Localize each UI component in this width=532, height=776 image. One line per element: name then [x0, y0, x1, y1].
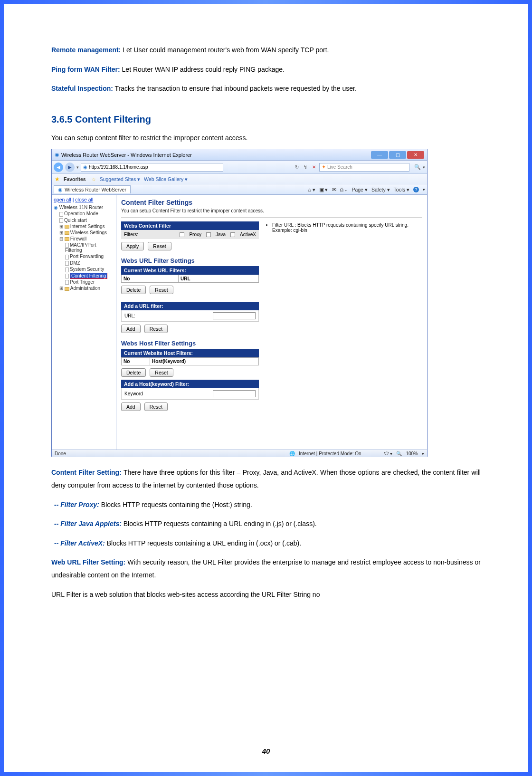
- stop-icon[interactable]: ✕: [311, 164, 317, 171]
- reset-addhost-button[interactable]: Reset: [144, 402, 168, 411]
- filter-proxy-text: Blocks HTTP requests containing the (Hos…: [99, 501, 252, 508]
- favorites-star-icon[interactable]: ★: [55, 176, 60, 182]
- add-url-button[interactable]: Add: [121, 325, 141, 333]
- favorites-bar: ★ Favorites ☆ Suggested Sites ▾ Web Slic…: [52, 174, 427, 184]
- minimize-button[interactable]: —: [371, 151, 388, 159]
- activex-checkbox[interactable]: [230, 232, 235, 237]
- tree-item[interactable]: Quick start: [54, 217, 114, 223]
- reset-addurl-button[interactable]: Reset: [144, 325, 168, 333]
- tree-item[interactable]: Port Forwarding: [54, 253, 114, 259]
- add-host-button[interactable]: Add: [121, 402, 141, 411]
- titlebar: ◉ Wireless Router WebServer - Windows In…: [52, 149, 427, 161]
- tab-title: Wireless Router WebServer: [65, 187, 126, 192]
- reset-button[interactable]: Reset: [148, 242, 171, 250]
- apply-button[interactable]: Apply: [121, 242, 144, 250]
- web-slice-gallery[interactable]: Web Slice Gallery ▾: [144, 176, 188, 182]
- tree-item[interactable]: Port Trigger: [54, 279, 114, 285]
- ie-window: ◉ Wireless Router WebServer - Windows In…: [51, 149, 428, 457]
- add-host-header: Add a Host(keyword) Filter:: [121, 380, 259, 388]
- cf-title: Content Filter Settings: [121, 199, 422, 206]
- search-icon[interactable]: 🔍: [414, 164, 421, 170]
- host-filter-table: NoHost(Keyword): [121, 357, 259, 365]
- globe-icon: 🌐: [289, 451, 295, 456]
- tab-row: ◉ Wireless Router WebServer ⌂ ▾ ▣ ▾ ✉ ⎙ …: [52, 184, 427, 195]
- back-button[interactable]: ◄: [54, 163, 63, 172]
- cfs-label: Content Filter Setting:: [51, 469, 122, 476]
- page-number: 40: [4, 747, 528, 755]
- search-placeholder: Live Search: [327, 164, 352, 170]
- col-hostkw: Host(Keyword): [150, 358, 259, 365]
- filter-activex-text: Blocks HTTP requests containing a URL en…: [105, 539, 301, 547]
- status-mode: Internet | Protected Mode: On: [299, 451, 361, 456]
- col-no-host: No: [122, 358, 150, 365]
- suggested-sites[interactable]: Suggested Sites ▾: [100, 176, 140, 182]
- tree-item[interactable]: System Security: [54, 266, 114, 272]
- search-field[interactable]: ✦ Live Search: [319, 163, 409, 172]
- delete-host-button[interactable]: Delete: [121, 368, 146, 377]
- add-url-header: Add a URL filter:: [121, 302, 259, 310]
- wufs-label: Web URL Filter Setting:: [51, 558, 125, 566]
- nav-tree: open all | close all ◉ Wireless 11N Rout…: [52, 195, 116, 450]
- status-zoom[interactable]: 100%: [406, 451, 418, 456]
- keyword-input[interactable]: [213, 390, 256, 397]
- status-done: Done: [55, 451, 66, 456]
- filter-java-label: -- Filter Java Applets:: [54, 520, 122, 527]
- status-bar: Done 🌐 Internet | Protected Mode: On 🛡 ▾…: [52, 450, 427, 457]
- close-all-link[interactable]: close all: [75, 197, 93, 202]
- favorites-label[interactable]: Favorites: [64, 176, 86, 182]
- tree-folder-admin[interactable]: ⊞ Administration: [54, 285, 114, 291]
- cf-intro: You can setup Content Filter to restrict…: [121, 208, 422, 213]
- home-icon[interactable]: ⌂ ▾: [308, 187, 315, 192]
- url-filter-table: NoURL: [121, 275, 259, 283]
- reset-host-button[interactable]: Reset: [150, 368, 173, 377]
- protected-icon[interactable]: 🛡 ▾: [384, 451, 393, 456]
- host-filter-title: Webs Host Filter Settings: [121, 340, 259, 347]
- filters-label: Filters:: [124, 232, 138, 237]
- window-title: Wireless Router WebServer - Windows Inte…: [61, 152, 192, 158]
- java-checkbox[interactable]: [206, 232, 211, 237]
- help-icon[interactable]: ?: [413, 187, 419, 192]
- current-url-filters-header: Current Webs URL Filters:: [121, 266, 259, 275]
- proxy-checkbox[interactable]: [180, 232, 184, 237]
- safety-menu[interactable]: Safety ▾: [371, 187, 390, 192]
- reset-url-button[interactable]: Reset: [150, 286, 173, 294]
- col-no: No: [122, 275, 179, 283]
- feeds-icon[interactable]: ▣ ▾: [319, 187, 328, 192]
- zoom-icon[interactable]: 🔍: [396, 451, 402, 456]
- tree-root[interactable]: ◉ Wireless 11N Router: [54, 204, 114, 211]
- col-url: URL: [179, 275, 259, 283]
- delete-url-button[interactable]: Delete: [121, 286, 146, 294]
- refresh-icon[interactable]: ↻: [294, 164, 300, 171]
- url-field[interactable]: ◉ http://192.168.1.1/home.asp: [81, 163, 223, 172]
- stateful-label: Stateful Inspection:: [51, 85, 113, 92]
- print-icon[interactable]: ⎙ ▾: [340, 187, 348, 192]
- tree-item-content-filtering[interactable]: Content Filtering: [54, 273, 114, 279]
- page-menu[interactable]: Page ▾: [352, 187, 367, 192]
- tree-item[interactable]: MAC/IP/Port Filtering: [54, 242, 114, 253]
- keyword-label: Keyword: [124, 391, 143, 396]
- compat-icon[interactable]: ↯: [302, 164, 309, 171]
- maximize-button[interactable]: ▢: [389, 151, 406, 159]
- url-input[interactable]: [213, 312, 256, 319]
- forward-button[interactable]: ►: [65, 163, 75, 172]
- mail-icon[interactable]: ✉: [332, 187, 336, 192]
- tab-router[interactable]: ◉ Wireless Router WebServer: [54, 185, 131, 193]
- address-bar: ◄ ► ▾ ◉ http://192.168.1.1/home.asp ↻ ↯ …: [52, 161, 427, 174]
- tree-item[interactable]: DMZ: [54, 260, 114, 266]
- ping-filter-text: Let Router WAN IP address could reply PI…: [120, 66, 285, 73]
- open-all-link[interactable]: open all: [54, 197, 71, 202]
- stateful-text: Tracks the transaction to ensure that in…: [113, 85, 357, 92]
- url-label: URL:: [124, 313, 135, 318]
- tree-item[interactable]: Operation Mode: [54, 211, 114, 217]
- tree-folder-firewall[interactable]: ⊟ Firewall: [54, 236, 114, 242]
- ie-favicon: ◉: [55, 152, 59, 158]
- remote-management-text: Let User could management router's web f…: [121, 46, 329, 54]
- filters-row: Filters: Proxy Java ActiveX: [121, 230, 259, 239]
- tree-folder-wireless[interactable]: ⊞ Wireless Settings: [54, 230, 114, 236]
- current-host-filters-header: Current Website Host Filters:: [121, 349, 259, 357]
- filter-java-text: Blocks HTTP requests containing a URL en…: [122, 520, 317, 527]
- tree-folder-internet[interactable]: ⊞ Internet Settings: [54, 223, 114, 230]
- tools-menu[interactable]: Tools ▾: [394, 187, 409, 192]
- close-button[interactable]: ✕: [407, 151, 424, 159]
- activex-opt: ActiveX: [240, 232, 256, 237]
